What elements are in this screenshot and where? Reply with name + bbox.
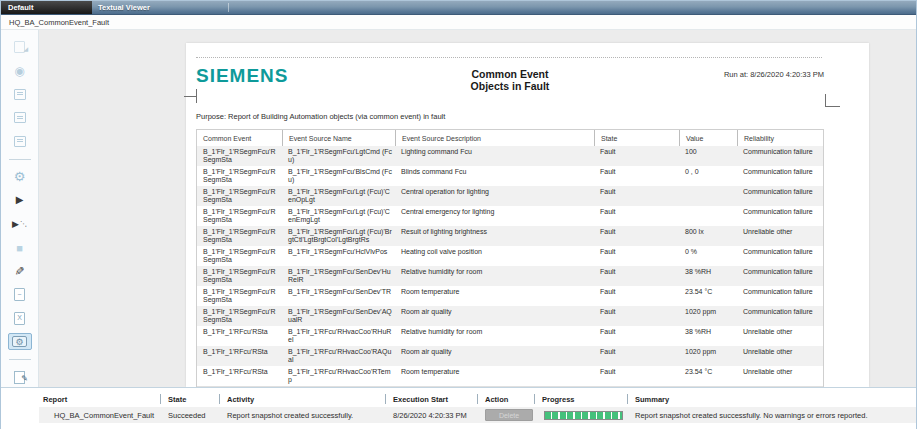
new-document-icon [14, 371, 25, 384]
table-cell: B_1'Flr_1'RFcu'RHvacCoo'RTemp [282, 366, 395, 386]
execution-state: Succeeded [164, 411, 223, 420]
tab-separator [228, 3, 229, 12]
table-cell: B_1'Flr_1'RSegmFcu'RSegmSta [197, 186, 282, 206]
table-cell: B_1'Flr_1'RSegmFcu'BlsCmd (Fcu) [282, 166, 395, 186]
delete-button[interactable]: Delete [485, 409, 533, 421]
table-cell: B_1'Flr_1'RSegmFcu'Lgt (Fcu)'CenOpLgt [282, 186, 395, 206]
table-cell: Communication failure [737, 166, 825, 186]
panel-column-header: Progress [538, 391, 631, 407]
run-report-icon [16, 194, 24, 206]
table-row: B_1'Flr_1'RSegmFcu'RSegmStaB_1'Flr_1'RSe… [197, 206, 823, 226]
run-at-timestamp: Run at: 8/26/2020 4:20:33 PM [724, 70, 824, 79]
panel-column-header: State [164, 391, 223, 407]
column-header: Reliability [737, 130, 825, 146]
table-cell: 1020 ppm [679, 306, 737, 326]
report-table-body: B_1'Flr_1'RSegmFcu'RSegmStaB_1'Flr_1'RSe… [197, 146, 823, 386]
edit-button[interactable] [8, 263, 32, 280]
table-cell: Relative humidity for room [395, 266, 594, 286]
run-report-button[interactable] [8, 192, 32, 209]
run-report-options-button[interactable] [8, 216, 32, 233]
table-cell: Fault [594, 166, 679, 186]
table-cell: B_1'Flr_1'RSegmFcu'RSegmSta [197, 306, 282, 326]
table-cell: Fault [594, 306, 679, 326]
settings-button[interactable] [8, 169, 32, 186]
table-cell: 38 %RH [679, 266, 737, 286]
save-history-icon [14, 136, 26, 147]
table-cell: Fault [594, 326, 679, 346]
execution-row[interactable]: HQ_BA_CommonEvent_Fault Succeeded Report… [39, 407, 916, 423]
table-cell: Lighting command Fcu [395, 146, 594, 166]
table-cell: 0 % [679, 246, 737, 266]
snapshot-button[interactable] [8, 333, 32, 350]
stop-button[interactable] [8, 239, 32, 256]
table-cell: B_1'Flr_1'RSegmFcu'Lgt (Fcu)'BrgtCtl'Lgt… [282, 226, 395, 246]
tab-textual-viewer[interactable]: Textual Viewer [92, 1, 222, 14]
table-cell: Fault [594, 346, 679, 366]
table-cell: Communication failure [737, 286, 825, 306]
table-cell: 23.54 °C [679, 366, 737, 386]
toolbar-separator [9, 159, 31, 160]
table-cell: B_1'Flr_1'RSegmFcu'SenDev'AQualR [282, 306, 395, 326]
table-cell: Fault [594, 146, 679, 166]
export-report-icon [14, 41, 25, 53]
report-viewer: SIEMENS Common Event Objects in Fault Ru… [39, 30, 916, 387]
panel-column-header: Summary [631, 391, 916, 407]
tab-bar: Default Textual Viewer [1, 1, 916, 15]
table-cell: B_1'Flr_1'RFcu'RSta [197, 366, 282, 386]
save-history-button[interactable] [8, 133, 32, 150]
table-row: B_1'Flr_1'RFcu'RStaB_1'Flr_1'RFcu'RHvacC… [197, 346, 823, 366]
table-cell: Central emergency for lighting [395, 206, 594, 226]
tab-default[interactable]: Default [1, 1, 92, 14]
settings-icon [14, 171, 26, 183]
table-cell: B_1'Flr_1'RSegmFcu'Lgt (Fcu)'CenEmgLgt [282, 206, 395, 226]
execution-activity: Report snapshot created successfully. [223, 411, 389, 420]
column-header: Event Source Name [282, 130, 395, 146]
panel-column-header: Activity [223, 391, 389, 407]
table-row: B_1'Flr_1'RSegmFcu'RSegmStaB_1'Flr_1'RSe… [197, 306, 823, 326]
table-cell: Fault [594, 266, 679, 286]
table-row: B_1'Flr_1'RSegmFcu'RSegmStaB_1'Flr_1'RSe… [197, 186, 823, 206]
refresh-button[interactable] [8, 63, 32, 80]
page-margin-mark-right [825, 94, 839, 107]
table-row: B_1'Flr_1'RFcu'RStaB_1'Flr_1'RFcu'RHvacC… [197, 366, 823, 386]
table-cell: Fault [594, 186, 679, 206]
report-title-line2: Objects in Fault [196, 80, 824, 92]
table-cell: Blinds command Fcu [395, 166, 594, 186]
export-excel-button[interactable]: X [8, 310, 32, 327]
table-cell: B_1'Flr_1'RSegmFcu'HclVlvPos [282, 246, 395, 266]
stop-icon [16, 242, 23, 254]
table-cell: Heating coil valve position [395, 246, 594, 266]
report-table: Common EventEvent Source NameEvent Sourc… [196, 129, 824, 387]
panel-column-header: Action [481, 391, 538, 407]
table-cell: 1020 ppm [679, 346, 737, 366]
table-cell: B_1'Flr_1'RSegmFcu'RSegmSta [197, 146, 282, 166]
save-button[interactable] [8, 86, 32, 103]
export-excel-icon: X [14, 312, 25, 325]
table-row: B_1'Flr_1'RSegmFcu'RSegmStaB_1'Flr_1'RSe… [197, 166, 823, 186]
execution-panel: ReportStateActivityExecution StartAction… [1, 387, 916, 429]
snapshot-icon [12, 336, 27, 347]
table-cell: Unreliable other [737, 366, 825, 386]
page-margin-mark-left [184, 89, 197, 103]
new-document-button[interactable] [8, 369, 32, 386]
table-cell: B_1'Flr_1'RSegmFcu'SenDev'HuRelR [282, 266, 395, 286]
report-purpose: Purpose: Report of Building Automation o… [196, 112, 445, 121]
export-pdf-button[interactable]: ~ [8, 286, 32, 303]
tab-default-label: Default [8, 3, 33, 12]
table-cell: Room air quality [395, 346, 594, 366]
document-tab-row: HQ_BA_CommonEvent_Fault [1, 15, 916, 30]
column-header: Value [679, 130, 737, 146]
progress-bar [544, 411, 623, 420]
table-cell: Unreliable other [737, 326, 825, 346]
table-cell: B_1'Flr_1'RFcu'RSta [197, 346, 282, 366]
execution-start-time: 8/26/2020 4:20:33 PM [389, 411, 481, 420]
document-tab[interactable]: HQ_BA_CommonEvent_Fault [1, 18, 109, 27]
save-as-button[interactable] [8, 110, 32, 127]
table-cell: B_1'Flr_1'RSegmFcu'RSegmSta [197, 166, 282, 186]
table-cell: B_1'Flr_1'RFcu'RHvacCoo'RAQual [282, 346, 395, 366]
table-cell: Result of lighting brightness [395, 226, 594, 246]
export-pdf-icon: ~ [14, 288, 25, 301]
run-report-options-icon [12, 218, 27, 230]
report-table-header: Common EventEvent Source NameEvent Sourc… [197, 130, 823, 146]
table-cell [679, 206, 737, 226]
